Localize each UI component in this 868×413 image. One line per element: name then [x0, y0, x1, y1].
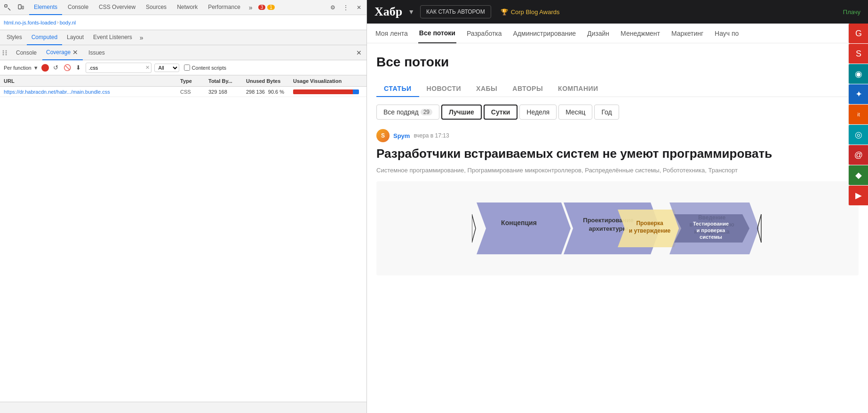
corp-blog-awards: 🏆 Corp Blog Awards: [501, 8, 560, 16]
sidebar-icon-play[interactable]: ▶: [849, 186, 868, 205]
subtabs-overflow[interactable]: »: [137, 30, 146, 45]
type-select[interactable]: All CSS JS: [154, 64, 179, 72]
coverage-bar-grip[interactable]: [2, 49, 10, 56]
coverage-tab[interactable]: Coverage ✕: [42, 45, 83, 60]
article-author-row: S Spуm вчера в 17:13: [376, 129, 859, 142]
svg-rect-3: [22, 6, 24, 9]
filter-clear-icon[interactable]: ✕: [145, 65, 150, 71]
sidebar-icon-it[interactable]: it: [849, 105, 868, 124]
svg-text:и утверждение: и утверждение: [629, 227, 670, 234]
habr-main-content: Все потоки СТАТЬИ НОВОСТИ ХАБЫ АВТОРЫ КО…: [367, 43, 868, 413]
nav-science[interactable]: Науч по: [714, 24, 740, 43]
dom-arrow-1: ›: [57, 20, 58, 25]
nav-administration[interactable]: Администрирование: [512, 24, 577, 43]
unused-bar: [353, 89, 359, 94]
tab-elements[interactable]: Elements: [29, 0, 62, 15]
sidebar-icon-diamond[interactable]: ◆: [849, 165, 868, 185]
tab-sources[interactable]: Sources: [141, 0, 171, 15]
filter-day[interactable]: Сутки: [484, 105, 518, 120]
per-function-arrow: ▼: [33, 65, 39, 71]
devtools-panel: Elements Console CSS Overview Sources Ne…: [0, 0, 367, 413]
art-tab-articles[interactable]: СТАТЬИ: [376, 81, 419, 97]
coverage-tab-close[interactable]: ✕: [72, 49, 79, 56]
art-tab-hubs[interactable]: ХАБЫ: [469, 81, 505, 97]
error-badge: 3: [258, 5, 266, 10]
filter-best-label: Лучшие: [449, 108, 474, 116]
tab-css-overview[interactable]: CSS Overview: [94, 0, 140, 15]
sidebar-icon-at[interactable]: @: [849, 145, 868, 165]
svg-text:Тестирование: Тестирование: [693, 221, 728, 227]
sidebar-icon-circle[interactable]: ◉: [849, 64, 868, 84]
plachu-link[interactable]: Плачу: [843, 8, 860, 16]
svg-rect-0: [5, 5, 7, 7]
author-time: вчера в 17:13: [414, 132, 449, 139]
dom-crumb-html[interactable]: html.no-js.fonts-loaded: [4, 20, 56, 25]
devtools-more-btn[interactable]: ⋮: [340, 2, 351, 13]
filter-all-count: 29: [421, 109, 432, 115]
content-scripts-checkbox[interactable]: [184, 65, 190, 71]
col-type: Type: [178, 78, 207, 84]
svg-rect-2: [18, 5, 21, 9]
sidebar-icon-eye[interactable]: ◎: [849, 125, 868, 145]
coverage-table: URL Type Total By... Unused Bytes Usage …: [0, 75, 366, 402]
filter-input[interactable]: [86, 63, 151, 73]
art-tab-authors[interactable]: АВТОРЫ: [505, 81, 550, 97]
article-type-tabs: СТАТЬИ НОВОСТИ ХАБЫ АВТОРЫ КОМПАНИИ: [376, 81, 859, 97]
nav-all-streams[interactable]: Все потоки: [418, 24, 456, 43]
reload-button[interactable]: ↺: [52, 64, 60, 72]
page-area: Хабр ▼ КАК СТАТЬ АВТОРОМ 🏆 Corp Blog Awa…: [367, 0, 868, 413]
dom-crumb-body[interactable]: body.nl: [60, 20, 76, 25]
devtools-device-btn[interactable]: [15, 2, 26, 13]
tab-performance[interactable]: Performance: [203, 0, 245, 15]
habr-logo-dropdown[interactable]: ▼: [408, 8, 414, 16]
devtools-tabs-overflow[interactable]: »: [246, 0, 255, 15]
coverage-toolbar: Per function ▼ ↺ 🚫 ⬇ ✕ All CSS JS Conten…: [0, 60, 366, 75]
nav-management[interactable]: Менеджмент: [620, 24, 661, 43]
subtab-styles[interactable]: Styles: [2, 30, 27, 45]
record-button[interactable]: [41, 64, 49, 72]
article-title[interactable]: Разработчики встраиваемых систем не умею…: [376, 146, 859, 162]
devtools-bottom-bar: [0, 402, 366, 413]
subtab-layout[interactable]: Layout: [62, 30, 88, 45]
filter-all-label: Все подряд: [383, 108, 419, 116]
devtools-close-btn[interactable]: ✕: [353, 2, 365, 13]
row-unused-percent: 90.6 %: [268, 89, 284, 95]
tab-console[interactable]: Console: [63, 0, 93, 15]
art-tab-news[interactable]: НОВОСТИ: [419, 81, 469, 97]
coverage-tabs-close-all[interactable]: ✕: [353, 49, 365, 57]
nav-my-feed[interactable]: Моя лента: [374, 24, 409, 43]
habr-header: Хабр ▼ КАК СТАТЬ АВТОРОМ 🏆 Corp Blog Awa…: [367, 0, 868, 24]
author-avatar: S: [376, 129, 390, 142]
table-row[interactable]: https://dr.habracdn.net/habr.../main.bun…: [0, 87, 366, 97]
used-bar: [293, 89, 353, 94]
nav-development[interactable]: Разработка: [466, 24, 503, 43]
sidebar-icon-s[interactable]: S: [849, 44, 868, 64]
row-type: CSS: [178, 89, 207, 95]
nav-marketing[interactable]: Маркетинг: [670, 24, 704, 43]
dom-breadcrumb-bar: html.no-js.fonts-loaded › body.nl: [0, 15, 366, 30]
devtools-settings-btn[interactable]: ⚙: [327, 2, 338, 13]
filter-all[interactable]: Все подряд 29: [376, 105, 439, 120]
coverage-console-tab[interactable]: Console: [12, 45, 40, 60]
sidebar-icon-g[interactable]: G: [849, 24, 868, 43]
art-tab-companies[interactable]: КОМПАНИИ: [550, 81, 606, 97]
coverage-issues-tab[interactable]: Issues: [85, 45, 109, 60]
sidebar-icon-star[interactable]: ✦: [849, 84, 868, 104]
trophy-icon: 🏆: [501, 8, 508, 16]
filter-month[interactable]: Месяц: [558, 105, 592, 120]
subtab-event-listeners[interactable]: Event Listeners: [88, 30, 137, 45]
export-button[interactable]: ⬇: [74, 64, 83, 72]
tab-network[interactable]: Network: [172, 0, 202, 15]
filter-year[interactable]: Год: [594, 105, 619, 120]
row-total: 329 168: [207, 89, 244, 95]
clear-button[interactable]: 🚫: [63, 64, 72, 72]
nav-design[interactable]: Дизайн: [586, 24, 610, 43]
svg-line-29: [757, 214, 761, 228]
filter-best[interactable]: Лучшие: [441, 105, 482, 120]
author-name[interactable]: Spуm: [393, 132, 410, 139]
devtools-inspect-btn[interactable]: [2, 2, 13, 13]
become-author-button[interactable]: КАК СТАТЬ АВТОРОМ: [420, 5, 491, 18]
svg-line-30: [757, 228, 761, 243]
filter-week[interactable]: Неделя: [519, 105, 557, 120]
subtab-computed[interactable]: Computed: [27, 30, 62, 45]
